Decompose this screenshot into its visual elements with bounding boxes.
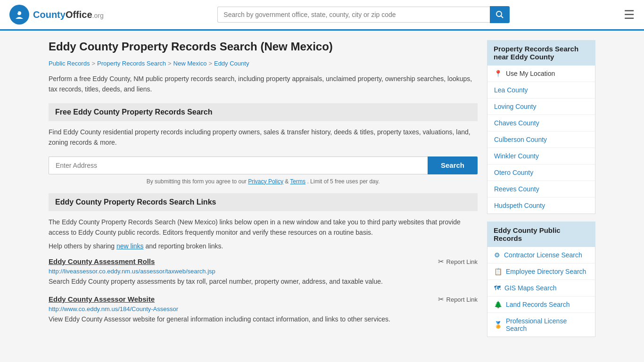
sidebar-item-winkler-county[interactable]: Winkler County [487,148,595,165]
svg-point-3 [496,11,502,16]
header-search-input[interactable] [217,7,490,23]
form-note-prefix: By submitting this form you agree to our [147,178,248,185]
privacy-policy-link[interactable]: Privacy Policy [248,178,283,185]
links-section-header: Eddy County Property Records Search Link… [49,193,478,211]
free-search-header: Free Eddy County Property Records Search [49,103,478,121]
use-location-link[interactable]: 📍 Use My Location [487,66,595,82]
svg-line-4 [501,16,504,18]
hamburger-menu-icon[interactable]: ☰ [624,8,635,22]
sidebar-item-professional-license[interactable]: 🏅 Professional License Search [487,313,595,337]
resource-desc-2: View Eddy County Assessor website for ge… [49,314,478,324]
resource-title-row-2: Eddy County Assessor Website ✂ Report Li… [49,295,478,304]
loving-county-link[interactable]: Loving County [487,99,595,115]
sidebar-item-contractor-license[interactable]: ⚙ Contractor License Search [487,247,595,263]
resource-assessor-website: Eddy County Assessor Website ✂ Report Li… [49,295,478,324]
sidebar-item-land-records[interactable]: 🌲 Land Records Search [487,296,595,313]
loving-county-label: Loving County [494,103,537,110]
contractor-license-link[interactable]: ⚙ Contractor License Search [487,247,595,263]
culberson-county-link[interactable]: Culberson County [487,132,595,148]
page-title: Eddy County Property Records Search (New… [49,40,478,53]
reeves-county-link[interactable]: Reeves County [487,181,595,197]
leaf-icon: 🌲 [494,301,502,308]
breadcrumb-sep-2: > [168,60,172,67]
logo-icon [9,5,29,25]
form-note-ampersand: & [285,178,290,185]
logo-text: CountyOffice.org [33,9,104,20]
breadcrumb-new-mexico[interactable]: New Mexico [173,60,207,67]
terms-link[interactable]: Terms [290,178,305,185]
page-description: Perform a free Eddy County, NM public pr… [49,74,478,95]
resource-url-2: http://www.co.eddy.nm.us/184/County-Asse… [49,305,478,313]
reeves-county-label: Reeves County [494,185,539,193]
breadcrumb-public-records[interactable]: Public Records [49,60,90,67]
breadcrumb-eddy-county[interactable]: Eddy County [214,60,249,67]
property-search-form: Search [49,156,478,174]
contractor-license-label: Contractor License Search [504,251,582,259]
form-note: By submitting this form you agree to our… [49,178,478,185]
doc-icon: 📋 [494,268,502,275]
report-link-2[interactable]: ✂ Report Link [438,295,478,304]
breadcrumb-sep-3: > [208,60,212,67]
sidebar-nearby-header: Property Records Search near Eddy County [487,40,595,66]
winkler-county-label: Winkler County [494,152,539,160]
resource-title-link-1[interactable]: Eddy County Assessment Rolls [49,257,155,265]
content-wrapper: Eddy County Property Records Search (New… [39,31,605,354]
form-note-suffix: . Limit of 5 free uses per day. [307,178,380,185]
sidebar-item-employee-directory[interactable]: 📋 Employee Directory Search [487,263,595,280]
report-icon-1: ✂ [438,257,444,266]
location-icon: 📍 [494,70,502,77]
sidebar-item-hudspeth-county[interactable]: Hudspeth County [487,197,595,214]
otero-county-link[interactable]: Otero County [487,165,595,181]
share-text-suffix: and reporting broken links. [145,242,223,250]
sidebar-item-use-location[interactable]: 📍 Use My Location [487,66,595,82]
map-icon: 🗺 [494,284,501,292]
resource-title-link-2[interactable]: Eddy County Assessor Website [49,295,155,303]
winkler-county-link[interactable]: Winkler County [487,148,595,164]
header-search-button[interactable] [490,6,510,23]
professional-license-link[interactable]: 🏅 Professional License Search [487,313,595,337]
sidebar-item-culberson-county[interactable]: Culberson County [487,132,595,148]
employee-directory-label: Employee Directory Search [506,268,586,275]
lea-county-label: Lea County [494,86,528,94]
sidebar-public-records-header: Eddy County Public Records [487,222,595,247]
land-records-label: Land Records Search [506,301,570,308]
logo-area: CountyOffice.org [9,5,104,25]
share-line: Help others by sharing new links and rep… [49,242,478,250]
chaves-county-link[interactable]: Chaves County [487,115,595,131]
sidebar-item-reeves-county[interactable]: Reeves County [487,181,595,197]
breadcrumb-property-records-search[interactable]: Property Records Search [97,60,166,67]
culberson-county-label: Culberson County [494,136,547,143]
resource-url-1: http://liveassessor.co.eddy.nm.us/assess… [49,268,478,275]
sidebar-item-lea-county[interactable]: Lea County [487,82,595,99]
lea-county-link[interactable]: Lea County [487,82,595,98]
land-records-link[interactable]: 🌲 Land Records Search [487,296,595,313]
site-header: CountyOffice.org ☰ [0,0,644,31]
report-link-1[interactable]: ✂ Report Link [438,257,478,266]
sidebar-item-loving-county[interactable]: Loving County [487,99,595,115]
report-link-label-2: Report Link [446,296,478,303]
resource-assessment-rolls: Eddy County Assessment Rolls ✂ Report Li… [49,257,478,287]
sidebar-public-records-list: ⚙ Contractor License Search 📋 Employee D… [487,247,595,337]
free-search-desc: Find Eddy County residential property re… [49,127,478,148]
main-content: Eddy County Property Records Search (New… [49,40,478,345]
hudspeth-county-link[interactable]: Hudspeth County [487,197,595,214]
use-location-label: Use My Location [506,70,555,77]
report-icon-2: ✂ [438,295,444,304]
sidebar-nearby-list: 📍 Use My Location Lea County Loving Coun… [487,66,595,214]
svg-point-2 [17,12,18,13]
sidebar-item-gis-maps[interactable]: 🗺 GIS Maps Search [487,280,595,296]
report-link-label-1: Report Link [446,258,478,265]
sidebar: Property Records Search near Eddy County… [487,40,595,345]
gis-maps-link[interactable]: 🗺 GIS Maps Search [487,280,595,296]
address-input[interactable] [49,156,428,174]
new-links-link[interactable]: new links [116,242,144,250]
sidebar-item-otero-county[interactable]: Otero County [487,165,595,181]
resource-desc-1: Search Eddy County property assessments … [49,277,478,287]
search-submit-button[interactable]: Search [428,156,478,174]
professional-license-label: Professional License Search [506,317,588,332]
employee-directory-link[interactable]: 📋 Employee Directory Search [487,263,595,280]
resource-title-row-1: Eddy County Assessment Rolls ✂ Report Li… [49,257,478,266]
breadcrumb: Public Records > Property Records Search… [49,60,478,67]
hudspeth-county-label: Hudspeth County [494,202,545,209]
sidebar-item-chaves-county[interactable]: Chaves County [487,115,595,132]
